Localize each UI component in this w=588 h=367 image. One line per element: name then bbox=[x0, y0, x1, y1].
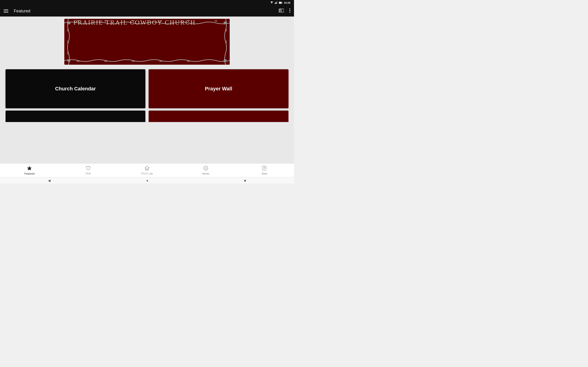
svg-point-48 bbox=[68, 59, 70, 62]
status-icons: 10:26 bbox=[270, 1, 290, 5]
give-icon bbox=[86, 166, 91, 172]
svg-rect-6 bbox=[279, 2, 281, 3]
app-toolbar: Featured bbox=[0, 6, 294, 17]
ptcc-life-label: PTCC Life bbox=[141, 172, 153, 175]
nav-media[interactable]: Media bbox=[176, 164, 235, 176]
partial-card-2[interactable] bbox=[149, 110, 288, 122]
media-icon bbox=[203, 166, 208, 172]
main-content: PRAIRIE TRAIL COWBOY CHURCH Church Calen… bbox=[0, 17, 294, 163]
svg-point-49 bbox=[224, 59, 226, 62]
android-nav: ◀ ● ■ bbox=[0, 177, 294, 184]
svg-rect-2 bbox=[275, 2, 276, 4]
toolbar-actions bbox=[278, 7, 291, 15]
partial-cards bbox=[0, 110, 294, 122]
svg-rect-4 bbox=[277, 1, 277, 4]
more-options-button[interactable] bbox=[288, 7, 291, 15]
home-button[interactable]: ● bbox=[144, 178, 151, 183]
menu-button[interactable] bbox=[3, 8, 9, 14]
bottom-nav: Featured Give PTCC Life Media bbox=[0, 163, 294, 177]
svg-point-50 bbox=[204, 166, 208, 170]
prayer-wall-card[interactable]: Prayer Wall bbox=[149, 69, 288, 108]
hero-image[interactable]: PRAIRIE TRAIL COWBOY CHURCH bbox=[64, 19, 230, 65]
status-time: 10:26 bbox=[284, 1, 290, 4]
svg-rect-3 bbox=[276, 2, 277, 4]
cards-grid: Church Calendar Prayer Wall bbox=[0, 67, 294, 110]
church-name-text: PRAIRIE TRAIL COWBOY CHURCH bbox=[64, 19, 205, 26]
nav-featured[interactable]: Featured bbox=[0, 164, 59, 176]
status-bar: 10:26 bbox=[0, 0, 294, 6]
svg-point-0 bbox=[271, 3, 272, 4]
ptcc-life-icon bbox=[145, 166, 149, 172]
toolbar-title: Featured bbox=[14, 9, 278, 14]
give-label: Give bbox=[86, 172, 91, 175]
svg-point-11 bbox=[289, 10, 290, 11]
hero-banner: PRAIRIE TRAIL COWBOY CHURCH bbox=[0, 17, 294, 67]
recents-button[interactable]: ■ bbox=[242, 178, 249, 183]
svg-rect-9 bbox=[279, 11, 279, 12]
svg-rect-7 bbox=[282, 2, 282, 3]
church-calendar-label: Church Calendar bbox=[51, 86, 100, 92]
battery-icon bbox=[279, 1, 283, 5]
nav-ptcc-life[interactable]: PTCC Life bbox=[118, 164, 176, 176]
nav-bible[interactable]: Bible bbox=[235, 164, 294, 176]
prayer-wall-label: Prayer Wall bbox=[200, 86, 237, 92]
cast-button[interactable] bbox=[278, 8, 285, 15]
bible-label: Bible bbox=[262, 172, 267, 175]
svg-rect-1 bbox=[275, 3, 275, 4]
featured-label: Featured bbox=[24, 172, 35, 175]
wifi-icon bbox=[270, 1, 273, 4]
church-calendar-card[interactable]: Church Calendar bbox=[6, 69, 145, 108]
bible-icon bbox=[262, 166, 267, 172]
partial-card-1[interactable] bbox=[6, 110, 145, 122]
svg-point-10 bbox=[289, 8, 290, 9]
svg-point-47 bbox=[224, 22, 226, 24]
nav-give[interactable]: Give bbox=[59, 165, 118, 176]
signal-icon bbox=[275, 1, 277, 5]
svg-point-12 bbox=[289, 12, 290, 13]
media-label: Media bbox=[202, 172, 209, 175]
back-button[interactable]: ◀ bbox=[45, 178, 53, 183]
featured-icon bbox=[27, 166, 32, 172]
